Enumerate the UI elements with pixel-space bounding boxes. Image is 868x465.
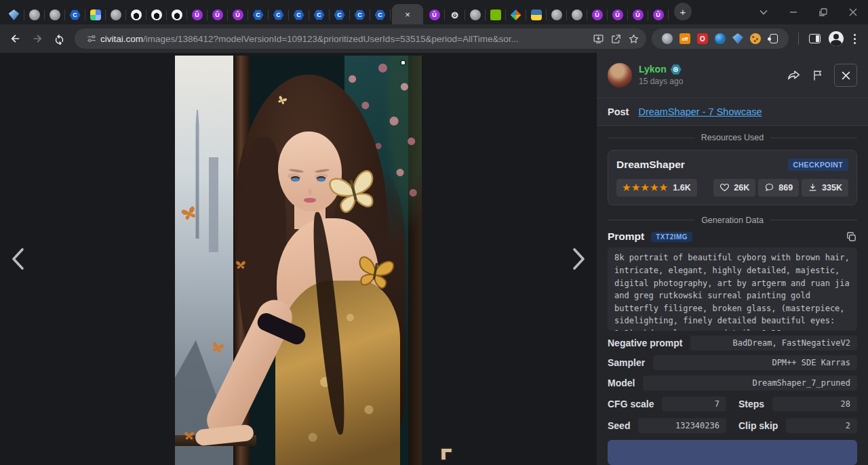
sidebar-header: Lykon 15 days ago — [597, 53, 868, 98]
pinned-tab-globe[interactable] — [547, 9, 567, 20]
next-image-button[interactable] — [566, 245, 593, 272]
pinned-tab-u[interactable]: Û — [425, 9, 445, 20]
pinned-tab-civitai[interactable]: C — [289, 9, 309, 20]
back-button[interactable] — [5, 28, 26, 49]
resource-name[interactable]: DreamShaper — [616, 159, 685, 171]
pinned-tab-civitai[interactable]: C — [248, 9, 269, 20]
resource-card[interactable]: DreamShaper CHECKPOINT ★★★★★ 1.6K 26K — [608, 150, 857, 205]
browser-menu-button[interactable] — [848, 28, 861, 49]
pinned-tab-u[interactable]: Û — [208, 9, 228, 20]
verified-badge-icon — [671, 64, 682, 75]
profile-button[interactable] — [826, 28, 846, 49]
pinned-tab-civitai[interactable]: C — [269, 9, 289, 20]
extensions-puzzle-icon[interactable] — [768, 33, 778, 44]
extensions-bar: offO — [652, 28, 789, 49]
pinned-tab-nvidia[interactable] — [486, 9, 506, 20]
comments-pill[interactable]: 869 — [758, 179, 799, 197]
checkpoint-badge: CHECKPOINT — [788, 159, 848, 171]
new-tab-button[interactable]: + — [674, 3, 692, 20]
post-link[interactable]: DreamShaper - 7 Showcase — [638, 106, 762, 117]
page-content: Lykon 15 days ago — [0, 53, 868, 465]
pinned-tab-u[interactable]: Û — [648, 9, 669, 20]
art-butterfly-gold — [349, 247, 401, 299]
clip-skip-cell: Clip skip 2 — [738, 417, 857, 434]
url-bar[interactable]: civitai.com/images/1386412?modelVersionI… — [75, 28, 646, 49]
downloads-pill[interactable]: 335K — [802, 179, 848, 197]
seed-value: 132340236 — [638, 418, 726, 433]
pinned-tab-civitai[interactable]: C — [370, 9, 391, 20]
url-text[interactable]: civitai.com/images/1386412?modelVersionI… — [100, 34, 589, 44]
pinned-tab-github[interactable] — [146, 9, 167, 20]
pinned-tab-globe[interactable] — [45, 9, 65, 20]
reload-button[interactable] — [49, 28, 69, 49]
likes-count: 26K — [734, 183, 749, 193]
site-info-icon[interactable] — [83, 30, 100, 47]
pinned-tab-civitai[interactable]: C — [350, 9, 370, 20]
tab-close-icon[interactable]: × — [405, 10, 410, 19]
username-link[interactable]: Lykon — [639, 64, 667, 76]
pinned-tab-civitai[interactable]: C — [65, 9, 85, 20]
prompt-label: Prompt — [608, 230, 644, 243]
pinned-tab-globe[interactable] — [567, 9, 587, 20]
install-app-icon[interactable] — [589, 30, 607, 47]
tab-strip: CÛÛÛCCCCCCC × Û⚙ÛÛÛÛ + — [0, 0, 868, 24]
pinned-tab-u[interactable]: Û — [228, 9, 248, 20]
likes-pill[interactable]: 26K — [713, 179, 755, 197]
close-viewer-button[interactable] — [834, 64, 857, 87]
pinned-tab-civitai[interactable]: C — [309, 9, 330, 20]
previous-image-button[interactable] — [4, 245, 31, 272]
rating-pill[interactable]: ★★★★★ 1.6K — [616, 179, 697, 197]
steps-value: 28 — [772, 397, 857, 411]
copy-prompt-button[interactable] — [846, 231, 857, 243]
pinned-tab-u[interactable]: Û — [608, 9, 628, 20]
image-options-menu[interactable] — [396, 61, 410, 79]
pinned-tab-u[interactable]: Û — [187, 9, 208, 20]
pinned-tab-globe[interactable] — [24, 9, 45, 20]
extension-earth-icon[interactable] — [715, 33, 726, 44]
copy-icon — [846, 231, 857, 243]
share-button[interactable] — [787, 68, 802, 83]
browser-window: CÛÛÛCCCCCCC × Û⚙ÛÛÛÛ + — [0, 0, 868, 465]
pinned-tab-github[interactable] — [126, 9, 146, 20]
maximize-button[interactable] — [808, 0, 838, 24]
copy-generation-data-button[interactable] — [608, 440, 857, 465]
pinned-tab-python[interactable] — [526, 9, 547, 20]
download-icon — [808, 182, 818, 193]
forward-button[interactable] — [27, 28, 47, 49]
extension-red-o-icon[interactable]: O — [697, 33, 708, 44]
extension-globe-icon[interactable] — [662, 33, 673, 44]
sampler-row: Sampler DPM++ SDE Karras — [608, 355, 857, 371]
post-row: Post DreamShaper - 7 Showcase — [597, 98, 868, 126]
pinned-tab-store[interactable] — [85, 9, 106, 20]
active-tab[interactable]: × — [392, 4, 423, 24]
pinned-tab-github[interactable] — [167, 9, 187, 20]
side-panel-icon — [809, 34, 821, 43]
extension-cookie-icon[interactable] — [750, 33, 761, 44]
model-row: Model DreamShaper_7_pruned — [608, 375, 857, 391]
pinned-tab-shapes[interactable] — [506, 9, 526, 20]
close-window-button[interactable] — [838, 0, 868, 24]
pinned-tab-settings[interactable]: ⚙ — [445, 9, 465, 20]
comment-icon — [764, 182, 774, 193]
pinned-tab-gem[interactable] — [4, 9, 24, 20]
pinned-tab-u[interactable]: Û — [587, 9, 608, 20]
pinned-tab-u[interactable]: Û — [628, 9, 648, 20]
share-page-icon[interactable] — [607, 30, 625, 47]
pinned-tab-globe[interactable] — [465, 9, 486, 20]
prompt-text: 8k portrait of beautiful cyborg with bro… — [608, 247, 857, 330]
extension-gem-icon[interactable] — [732, 33, 743, 44]
report-flag-button[interactable] — [811, 68, 825, 82]
side-panel-button[interactable] — [804, 28, 825, 49]
bookmark-star-icon[interactable] — [625, 30, 642, 47]
tab-search-chevron-icon[interactable] — [749, 0, 778, 24]
pinned-tab-globe[interactable] — [106, 9, 126, 20]
pinned-tabs-left: CÛÛÛCCCCCCC — [4, 5, 391, 24]
pinned-tab-civitai[interactable]: C — [330, 9, 350, 20]
user-avatar[interactable] — [608, 63, 632, 87]
art-butterfly-small — [235, 259, 247, 271]
artwork-image[interactable] — [175, 56, 422, 465]
steps-label: Steps — [738, 399, 764, 409]
minimize-button[interactable] — [778, 0, 808, 24]
post-label: Post — [608, 106, 629, 117]
extension-off-icon[interactable]: off — [679, 33, 690, 44]
